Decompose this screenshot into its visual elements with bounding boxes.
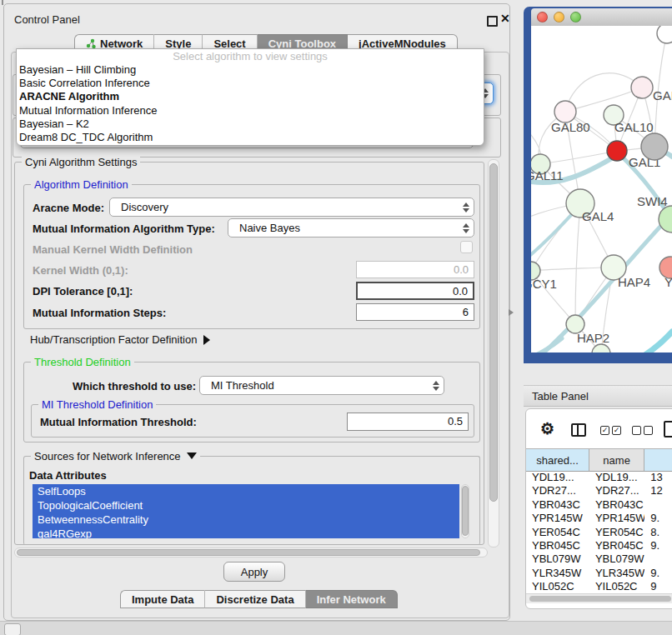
hub-definition-label: Hub/Transcription Factor Definition [30,333,197,346]
dpi-tolerance-field[interactable]: 0.0 [356,282,474,300]
table-cell: YDR27... [589,484,644,498]
table-cell: YER054C [589,526,644,539]
kernel-width-label: Kernel Width (0,1): [33,264,128,277]
sources-title-wrap[interactable]: Sources for Network Inference [31,450,200,462]
algorithm-option[interactable]: Mutual Information Inference [17,104,484,118]
table-panel-title: Table Panel [532,390,589,402]
mi-threshold-field[interactable]: 0.5 [347,412,469,431]
table-cell: YDL19... [589,471,644,484]
node-label: GAL11 [531,168,564,182]
kernel-width-field[interactable]: 0.0 [356,261,474,278]
apply-button[interactable]: Apply [223,562,285,582]
algorithm-definition-group: Algorithm Definition Aracne Mode: Discov… [23,184,480,329]
corner-mark [2,0,3,5]
gear-icon[interactable]: ⚙ [540,421,554,437]
network-edge[interactable] [531,338,562,352]
minimize-traffic-light[interactable] [554,12,564,22]
table-row[interactable]: YDR27...YDR27...12 [526,484,672,498]
dpi-tolerance-label: DPI Tolerance [0,1]: [33,285,133,298]
table-cell: YBL079W [526,552,589,566]
network-node[interactable] [631,77,653,98]
attribute-item[interactable]: SelfLoops [33,484,459,498]
table-row[interactable]: YER054CYER054C8. [526,526,672,539]
network-edge[interactable] [565,88,642,112]
table-row[interactable]: YIL052CYIL052C9 [526,580,672,593]
attribute-item[interactable]: TopologicalCoefficient [33,498,459,512]
cyni-settings-group: Cyni Algorithm Settings Algorithm Defini… [14,162,484,545]
algorithm-dropdown-popup: Select algorithm to view settings Bayesi… [16,48,484,146]
unchecked-checkbox-icon[interactable] [632,426,641,435]
table-cell: YPR145W [589,512,644,525]
algorithm-option[interactable]: Dream8 DC_TDC Algorithm [17,131,484,144]
algorithm-option[interactable]: Bayesian – Hill Climbing [17,63,484,77]
aracne-mode-combo[interactable]: Discovery [109,198,474,217]
aracne-mode-label: Aracne Mode: [33,202,104,214]
mi-steps-field[interactable]: 6 [356,303,474,321]
column-header[interactable]: shared... [526,449,589,471]
table-rows: YDL19...YDL19...13YDR27...YDR27...12YBR0… [526,471,672,593]
node-label: GAL10 [614,120,654,134]
mi-algorithm-type-combo[interactable]: Naive Bayes [228,218,474,238]
table-cell [644,498,672,512]
splitter-arrow-icon[interactable] [509,309,514,316]
threshold-definition-title: Threshold Definition [31,356,134,368]
attribute-item[interactable]: BetweennessCentrality [33,512,459,527]
attribute-item[interactable]: gal4RGexp [33,527,459,538]
sources-title: Sources for Network Inference [34,450,181,462]
network-edge[interactable] [531,268,601,271]
algorithm-options-list: Bayesian – Hill ClimbingBasic Correlatio… [17,63,484,144]
zoom-traffic-light[interactable] [570,12,581,22]
table-cell: YLR345W [526,567,589,580]
checked-checkbox-icon[interactable]: ✓ [600,426,609,435]
table-cell: YPR145W [526,512,589,525]
network-edge[interactable] [624,332,672,352]
table-row[interactable]: YBL079WYBL079W [526,552,672,566]
settings-vertical-scrollbar[interactable] [488,159,499,548]
mini-panel-icon[interactable] [4,623,21,635]
node-label: GAL [653,88,672,102]
network-window-titlebar[interactable] [531,8,672,27]
network-icon [86,38,96,48]
checked-checkbox-icon[interactable]: ✓ [612,426,621,435]
columns-icon[interactable] [571,423,586,437]
document-icon[interactable] [664,421,672,438]
table-row[interactable]: YPR145WYPR145W9. [526,512,672,525]
network-edge[interactable] [575,203,580,324]
sources-group: Sources for Network Inference Data Attri… [23,456,480,545]
app-root: { "control_panel": { "title": "Control P… [0,0,672,635]
algorithm-option[interactable]: Bayesian – K2 [17,118,484,131]
column-header[interactable]: name [589,449,644,471]
close-traffic-light[interactable] [537,12,548,22]
table-row[interactable]: YBR043CYBR043C [526,498,672,512]
node-label: HAP4 [618,275,650,289]
table-row[interactable]: YLR345WYLR345W9. [526,567,672,580]
bottom-tab-infer-network[interactable]: Infer Network [306,590,398,608]
node-label: GAL4 [582,209,614,223]
table-horizontal-scrollbar[interactable] [526,593,672,603]
column-header[interactable] [644,449,672,471]
settings-horizontal-scrollbar[interactable] [14,548,488,558]
hub-definition-expander[interactable]: Hub/Transcription Factor Definition [30,333,210,346]
network-node[interactable] [657,26,672,43]
table-cell: YBR043C [526,498,589,512]
stepper-icon [463,223,469,233]
which-threshold-combo[interactable]: MI Threshold [199,376,444,395]
table-cell: YDL19... [526,471,589,484]
table-row[interactable]: YBR045CYBR045C9. [526,539,672,552]
algorithm-option[interactable]: ARACNE Algorithm [17,90,484,103]
algorithm-option[interactable]: Basic Correlation Inference [17,77,484,90]
node-label: Y [664,275,672,289]
bottom-tab-impute-data[interactable]: Impute Data [120,590,205,608]
mi-threshold-group: MI Threshold Definition Mutual Informati… [31,404,474,438]
table-cell [644,552,672,566]
network-node[interactable] [607,141,627,161]
manual-kernel-checkbox[interactable] [460,241,473,253]
network-canvas[interactable]: GALGAL80GAL10GAL1GAL11SWI4GAL4GCY1HAP4YH… [531,26,672,352]
table-row[interactable]: YDL19...YDL19...13 [526,471,672,484]
collapse-down-icon [187,452,197,459]
bottom-tab-discretize-data[interactable]: Discretize Data [205,590,305,608]
unchecked-checkbox-icon[interactable] [644,426,653,435]
table-cell: 13 [644,471,672,484]
network-node[interactable] [641,133,668,160]
attributes-scrollbar[interactable] [461,484,469,538]
